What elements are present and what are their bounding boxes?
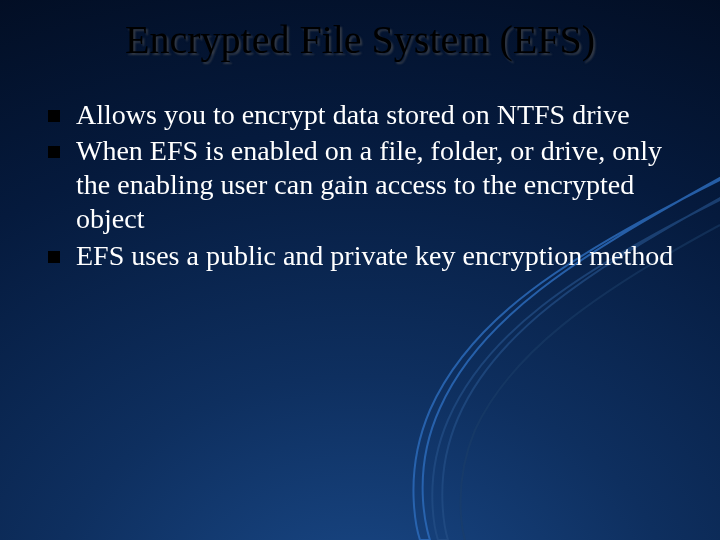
list-item-text: When EFS is enabled on a file, folder, o… xyxy=(76,134,678,236)
list-item: When EFS is enabled on a file, folder, o… xyxy=(48,134,678,236)
square-bullet-icon xyxy=(48,251,60,263)
list-item-text: Allows you to encrypt data stored on NTF… xyxy=(76,98,678,132)
slide-title: Encrypted File System (EFS) xyxy=(0,18,720,62)
slide: Encrypted File System (EFS) Allows you t… xyxy=(0,0,720,540)
list-item: Allows you to encrypt data stored on NTF… xyxy=(48,98,678,132)
list-item-text: EFS uses a public and private key encryp… xyxy=(76,239,678,273)
slide-body: Allows you to encrypt data stored on NTF… xyxy=(48,98,678,275)
square-bullet-icon xyxy=(48,146,60,158)
list-item: EFS uses a public and private key encryp… xyxy=(48,239,678,273)
square-bullet-icon xyxy=(48,110,60,122)
